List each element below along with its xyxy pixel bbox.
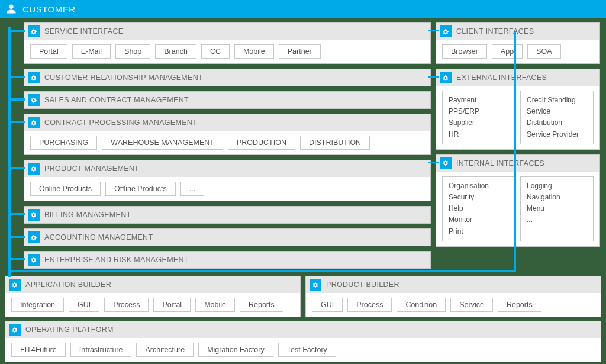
panel-title: OPERATING PLATFORM [25, 326, 114, 334]
puzzle-icon [440, 157, 452, 169]
chip[interactable]: Integration [11, 298, 64, 312]
tree-bottom [8, 270, 516, 272]
chip[interactable]: ... [180, 182, 204, 196]
puzzle-icon [440, 25, 452, 37]
chip[interactable]: Portal [30, 44, 67, 59]
module-icon [28, 94, 40, 106]
col-item: PPS/ERP [449, 106, 509, 117]
panel-title: EXTERNAL INTERFACES [456, 73, 547, 82]
left-column: SERVICE INTERFACE PortalE-MailShopBranch… [5, 22, 431, 273]
panel-title: APPLICATION BUILDER [25, 281, 111, 289]
chip[interactable]: PURCHASING [30, 136, 97, 150]
chip[interactable]: Service [450, 298, 493, 312]
panel-body: IntegrationGUIProcessPortalMobileReports [5, 293, 300, 317]
tree-branch-right [428, 162, 439, 163]
col-item: Monitor [449, 214, 509, 226]
col-item: Service [527, 106, 587, 117]
chip[interactable]: Test Factory [278, 343, 336, 357]
chip[interactable]: CC [201, 44, 230, 59]
panel-body: PaymentPPS/ERPSupplierHRCredit StandingS… [436, 86, 599, 149]
col-item: Menu [527, 203, 587, 214]
bottom-area: APPLICATION BUILDER IntegrationGUIProces… [0, 273, 606, 364]
chip[interactable]: Migration Factory [198, 343, 273, 357]
chip[interactable]: Reports [240, 298, 283, 312]
col-box: OrganisationSecurityHelpMonitorPrint [442, 176, 515, 241]
tree-trunk [8, 27, 11, 277]
chip[interactable]: Mobile [195, 298, 235, 312]
chip[interactable]: FIT4Future [11, 343, 66, 357]
panel-title: ENTERPRISE AND RISK MANAGEMENT [44, 256, 189, 264]
chip[interactable]: Offline Products [105, 182, 176, 196]
panel-title: INTERNAL INTERFACES [456, 159, 544, 167]
panel-title: ACCOUNTING MANAGEMENT [44, 233, 153, 241]
product-builder-panel: PRODUCT BUILDER GUIProcessConditionServi… [305, 276, 601, 317]
chip[interactable]: Shop [115, 44, 150, 59]
panel-header: ACCOUNTING MANAGEMENT [24, 229, 430, 246]
tree-branch [8, 213, 25, 215]
panel-header: CONTRACT PROCESSING MANAGEMENT [24, 114, 430, 131]
panel-body: OrganisationSecurityHelpMonitorPrintLogg… [436, 172, 599, 246]
tree-branch [8, 258, 25, 260]
chip[interactable]: Browser [442, 44, 487, 59]
person-icon [6, 4, 17, 14]
gear-icon [310, 279, 321, 291]
panel-title: SALES AND CONTRACT MANAGEMENT [44, 96, 189, 104]
chip[interactable]: PRODUCTION [228, 136, 295, 150]
tree-branch [8, 76, 25, 78]
col-item: ... [527, 214, 587, 226]
chip[interactable]: Infrastructure [70, 343, 132, 357]
chip[interactable]: Process [104, 298, 149, 312]
panel-header: SALES AND CONTRACT MANAGEMENT [24, 92, 430, 108]
chip[interactable]: Process [347, 298, 392, 312]
col-box: PaymentPPS/ERPSupplierHR [442, 91, 515, 144]
right-column: CLIENT INTERFACES BrowserAppSOA EXTERNAL… [436, 22, 601, 273]
col-box: Credit StandingServiceDistributionServic… [520, 91, 594, 144]
chip[interactable]: Partner [279, 44, 321, 59]
customer-header: CUSTOMER [0, 0, 606, 18]
chip[interactable]: DISTRIBUTION [300, 136, 370, 150]
chip[interactable]: WAREHOUSE MANAGEMENT [102, 136, 223, 150]
chip[interactable]: Mobile [234, 44, 274, 59]
chip[interactable]: GUI [312, 298, 343, 312]
chip[interactable]: SOA [527, 44, 560, 59]
chip[interactable]: App [492, 44, 523, 59]
col-list: PaymentPPS/ERPSupplierHRCredit StandingS… [442, 91, 594, 144]
module-icon [28, 25, 40, 37]
chip[interactable]: Reports [498, 298, 541, 312]
module-icon [28, 72, 40, 83]
col-item: Credit Standing [527, 95, 587, 106]
module-icon [28, 163, 40, 175]
chip[interactable]: Branch [155, 44, 196, 59]
chip[interactable]: Condition [397, 298, 446, 312]
left-panel-0: SERVICE INTERFACE PortalE-MailShopBranch… [24, 22, 431, 64]
col-item: Supplier [449, 117, 509, 128]
tree-branch-right [428, 76, 439, 78]
left-panel-7: ENTERPRISE AND RISK MANAGEMENT [24, 251, 431, 269]
panel-header: EXTERNAL INTERFACES [436, 69, 599, 86]
tree-branch-right [428, 30, 439, 31]
tree-branch [8, 236, 25, 238]
col-item: Security [449, 192, 509, 203]
panel-header: CUSTOMER RELATIONSHIP MANAGEMENT [24, 69, 430, 86]
left-panel-5: BILLING MANAGEMENT [24, 206, 431, 224]
panel-body: GUIProcessConditionServiceReports [306, 293, 601, 317]
chip[interactable]: Online Products [30, 182, 101, 196]
col-item: Organisation [449, 181, 509, 192]
col-item: Payment [449, 95, 509, 106]
left-panel-3: CONTRACT PROCESSING MANAGEMENT PURCHASIN… [24, 114, 431, 155]
module-icon [28, 209, 40, 221]
panel-header: CLIENT INTERFACES [436, 23, 599, 40]
module-icon [28, 117, 40, 128]
chip[interactable]: GUI [69, 298, 99, 312]
chip[interactable]: Portal [153, 298, 191, 312]
left-panel-6: ACCOUNTING MANAGEMENT [24, 228, 431, 246]
chip[interactable]: Architecture [136, 343, 194, 357]
left-panel-1: CUSTOMER RELATIONSHIP MANAGEMENT [24, 69, 431, 86]
tree-branch [8, 167, 25, 169]
chip[interactable]: E-Mail [72, 44, 111, 59]
tree-branch [8, 98, 25, 101]
panel-title: BILLING MANAGEMENT [44, 211, 131, 219]
tree-right-vertical [514, 32, 516, 272]
col-item: Navigation [527, 192, 587, 203]
col-box: LoggingNavigationMenu... [520, 176, 594, 241]
